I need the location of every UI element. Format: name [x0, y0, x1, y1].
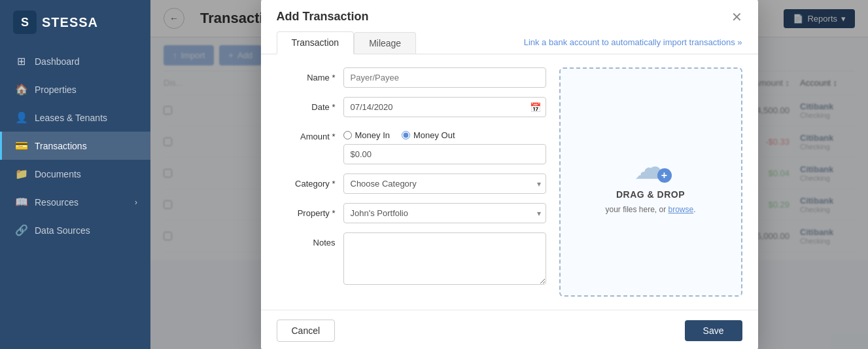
sidebar-nav: ⊞ Dashboard 🏠 Properties 👤 Leases & Tena…	[0, 47, 150, 349]
amount-label: Amount *	[277, 126, 336, 141]
tab-transaction[interactable]: Transaction	[277, 31, 355, 54]
name-row: Name *	[277, 67, 546, 88]
sidebar-logo: S STESSA	[0, 10, 150, 47]
name-label: Name *	[277, 67, 336, 83]
tab-mileage[interactable]: Mileage	[354, 32, 416, 54]
documents-icon: 📁	[15, 168, 27, 180]
modal-overlay: Add Transaction ✕ Transaction Mileage Li…	[150, 0, 868, 349]
sidebar-item-transactions[interactable]: 💳 Transactions	[0, 132, 150, 160]
sidebar-item-properties[interactable]: 🏠 Properties	[0, 75, 150, 103]
add-transaction-modal: Add Transaction ✕ Transaction Mileage Li…	[261, 0, 758, 349]
sidebar-item-label: Properties	[35, 84, 77, 95]
property-label: Property *	[277, 203, 336, 218]
save-button[interactable]: Save	[685, 320, 742, 341]
amount-input[interactable]	[343, 144, 546, 164]
property-row: Property * John's Portfolio ▾	[277, 203, 546, 223]
calendar-icon[interactable]: 📅	[530, 102, 541, 113]
sidebar-item-label: Transactions	[35, 141, 87, 151]
modal-header: Add Transaction ✕	[261, 0, 758, 24]
money-in-radio[interactable]	[343, 131, 352, 139]
amount-field: Money In Money Out	[343, 126, 546, 164]
category-row: Category * Choose Category ▾	[277, 174, 546, 194]
notes-textarea[interactable]	[343, 232, 546, 285]
notes-row: Notes	[277, 232, 546, 287]
date-label: Date *	[277, 97, 336, 112]
drag-drop-title: DRAG & DROP	[616, 189, 685, 200]
sidebar-item-data-sources[interactable]: 🔗 Data Sources	[0, 216, 150, 244]
property-field: John's Portfolio ▾	[343, 203, 546, 223]
date-input[interactable]	[343, 97, 546, 117]
property-select[interactable]: John's Portfolio	[343, 203, 546, 223]
sidebar-item-dashboard[interactable]: ⊞ Dashboard	[0, 47, 150, 75]
sidebar-item-label: Data Sources	[35, 225, 90, 236]
cancel-button[interactable]: Cancel	[277, 320, 336, 342]
category-select[interactable]: Choose Category	[343, 174, 546, 194]
sidebar-item-resources[interactable]: 📖 Resources ›	[0, 188, 150, 216]
sidebar-item-label: Leases & Tenants	[35, 113, 107, 123]
transactions-icon: 💳	[15, 139, 27, 152]
logo-text: STESSA	[42, 15, 98, 30]
money-in-option[interactable]: Money In	[343, 130, 390, 140]
modal-title: Add Transaction	[277, 10, 369, 24]
sidebar: S STESSA ⊞ Dashboard 🏠 Properties 👤 Leas…	[0, 0, 150, 349]
category-label: Category *	[277, 174, 336, 189]
upload-icon-wrap: ☁ +	[634, 150, 668, 184]
bank-link[interactable]: Link a bank account to automatically imp…	[524, 37, 742, 54]
money-out-option[interactable]: Money Out	[402, 130, 455, 140]
modal-body: Name * Date * 📅	[261, 54, 758, 310]
category-field: Choose Category ▾	[343, 174, 546, 194]
modal-tabs: Transaction Mileage Link a bank account …	[261, 24, 758, 54]
chevron-right-icon: ›	[135, 198, 137, 207]
money-out-radio[interactable]	[402, 131, 410, 139]
money-out-label: Money Out	[413, 130, 455, 140]
sidebar-item-label: Resources	[35, 197, 78, 208]
modal-footer: Cancel Save	[261, 310, 758, 349]
leases-icon: 👤	[15, 111, 27, 124]
drop-subtitle: your files here, or browse.	[605, 205, 695, 214]
close-button[interactable]: ✕	[731, 10, 742, 24]
file-drop-zone[interactable]: ☁ + DRAG & DROP your files here, or brow…	[559, 67, 742, 297]
notes-label: Notes	[277, 232, 336, 248]
name-field	[343, 67, 546, 88]
notes-field	[343, 232, 546, 287]
browse-link[interactable]: browse	[668, 205, 694, 214]
amount-type-group: Money In Money Out	[343, 126, 546, 140]
name-input[interactable]	[343, 67, 546, 88]
amount-row: Amount * Money In Money Out	[277, 126, 546, 164]
plus-badge: +	[657, 168, 672, 183]
properties-icon: 🏠	[15, 83, 27, 96]
resources-icon: 📖	[15, 196, 27, 208]
sidebar-item-leases-tenants[interactable]: 👤 Leases & Tenants	[0, 103, 150, 132]
sidebar-item-label: Documents	[35, 169, 81, 179]
date-field: 📅	[343, 97, 546, 117]
sidebar-item-documents[interactable]: 📁 Documents	[0, 160, 150, 188]
data-sources-icon: 🔗	[15, 224, 27, 236]
money-in-label: Money In	[355, 130, 390, 140]
date-row: Date * 📅	[277, 97, 546, 117]
sidebar-item-label: Dashboard	[35, 56, 80, 67]
transaction-form: Name * Date * 📅	[277, 67, 546, 297]
main-content: ← Transactions 📄 Reports ▾ ↑ Import + Ad…	[150, 0, 868, 349]
logo-icon: S	[13, 10, 37, 34]
dashboard-icon: ⊞	[15, 55, 27, 67]
